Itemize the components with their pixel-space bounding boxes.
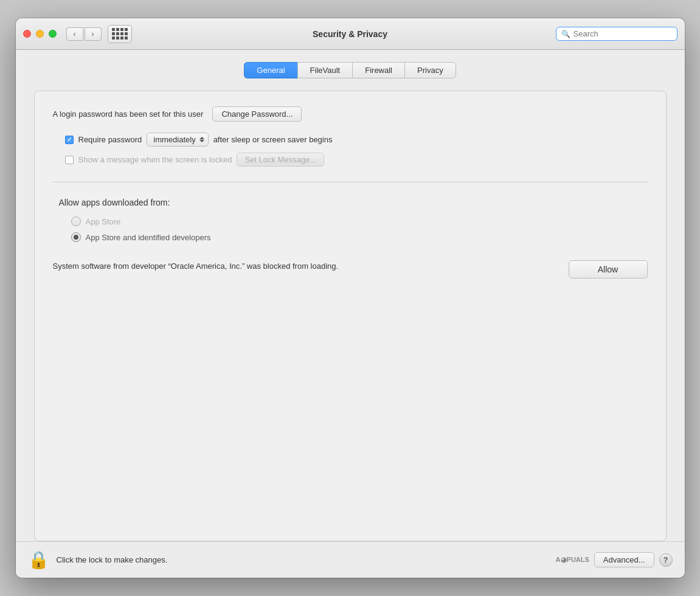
blocked-section: System software from developer “Oracle A… [53, 260, 648, 279]
search-input[interactable] [574, 29, 672, 38]
traffic-lights [23, 30, 57, 38]
radio-selected-indicator [74, 235, 78, 240]
radio-identified-label: App Store and identified developers [86, 233, 211, 242]
bottom-bar: 🔒 Click the lock to make changes. A◕PUAL… [16, 541, 685, 578]
divider [53, 182, 648, 182]
help-button[interactable]: ? [659, 553, 673, 567]
radio-identified-row: App Store and identified developers [53, 232, 648, 242]
grid-icon [112, 28, 128, 40]
require-password-row: ✓ Require password immediately after sle… [53, 133, 648, 147]
arrow-up-icon [199, 137, 204, 139]
radio-app-store-button[interactable] [71, 217, 81, 226]
content-area: General FileVault Firewall Privacy A log… [16, 50, 685, 541]
window-title: Security & Privacy [313, 29, 387, 39]
tabs: General FileVault Firewall Privacy [34, 62, 667, 78]
show-message-checkbox[interactable] [65, 156, 74, 164]
main-window: ‹ › Security & Privacy 🔍 General FileVau… [16, 18, 685, 578]
password-label: A login password has been set for this u… [53, 109, 204, 119]
lock-icon[interactable]: 🔒 [28, 550, 49, 570]
grid-button[interactable] [108, 25, 132, 43]
set-lock-message-button[interactable]: Set Lock Message... [237, 153, 324, 167]
search-bar: 🔍 [556, 27, 677, 41]
arrow-down-icon [199, 140, 204, 142]
password-row: A login password has been set for this u… [53, 106, 648, 122]
show-message-row: Show a message when the screen is locked… [53, 153, 648, 167]
require-password-label: Require password [78, 135, 142, 144]
advanced-button[interactable]: Advanced... [594, 552, 654, 567]
tab-firewall[interactable]: Firewall [352, 62, 404, 78]
lock-text: Click the lock to make changes. [57, 555, 168, 564]
search-icon: 🔍 [561, 30, 570, 38]
maximize-button[interactable] [49, 30, 57, 38]
change-password-button[interactable]: Change Password... [212, 106, 302, 122]
tab-general[interactable]: General [244, 62, 297, 78]
settings-panel: A login password has been set for this u… [34, 91, 667, 541]
show-message-label: Show a message when the screen is locked [78, 155, 232, 164]
titlebar: ‹ › Security & Privacy 🔍 [16, 18, 685, 50]
allow-apps-label: Allow apps downloaded from: [53, 198, 648, 207]
bottom-right: A◕PUALS Advanced... ? [556, 552, 673, 567]
require-password-checkbox[interactable]: ✓ [65, 136, 74, 144]
lock-section: 🔒 Click the lock to make changes. [28, 550, 168, 570]
blocked-text: System software from developer “Oracle A… [53, 260, 339, 272]
back-button[interactable]: ‹ [66, 27, 83, 41]
radio-app-store-label: App Store [86, 217, 121, 226]
radio-identified-button[interactable] [71, 232, 81, 242]
help-icon: ? [664, 555, 668, 564]
radio-app-store-row: App Store [53, 217, 648, 226]
appuals-logo: A◕PUALS [556, 556, 589, 564]
close-button[interactable] [23, 30, 31, 38]
password-timing-dropdown[interactable]: immediately [147, 133, 208, 147]
tab-privacy[interactable]: Privacy [404, 62, 456, 78]
checkmark-icon: ✓ [67, 136, 72, 143]
tab-filevault[interactable]: FileVault [297, 62, 353, 78]
minimize-button[interactable] [36, 30, 44, 38]
dropdown-value: immediately [153, 135, 195, 144]
forward-button[interactable]: › [85, 27, 102, 41]
allow-button[interactable]: Allow [569, 260, 648, 279]
after-sleep-label: after sleep or screen saver begins [213, 135, 333, 144]
dropdown-arrows-icon [199, 137, 204, 142]
nav-buttons: ‹ › [66, 27, 102, 41]
